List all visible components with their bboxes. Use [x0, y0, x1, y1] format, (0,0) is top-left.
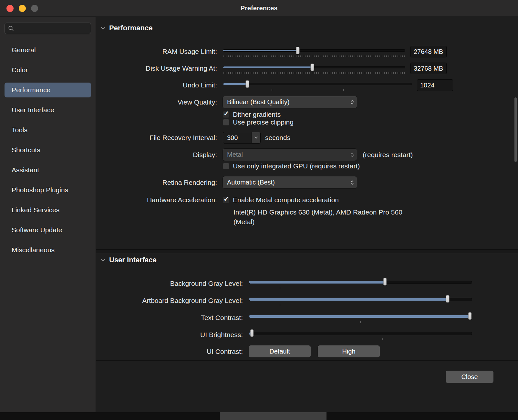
combo-dropdown-button[interactable] [252, 132, 260, 143]
sidebar-item-shortcuts[interactable]: Shortcuts [5, 143, 91, 157]
slider-track[interactable] [223, 83, 412, 85]
close-button[interactable]: Close [446, 371, 493, 383]
slider-track[interactable] [249, 298, 472, 301]
section-divider [96, 249, 518, 253]
titlebar[interactable]: Preferences [0, 0, 518, 17]
hardware-acceleration-row: Hardware Acceleration: ✓ Enable Metal co… [96, 196, 518, 204]
performance-section-header[interactable]: Performance [96, 17, 518, 32]
settings-panel: Performance RAM Usage Limit: 27648 MB [96, 17, 518, 412]
slider-tick [280, 287, 280, 289]
slider-track[interactable] [249, 315, 472, 318]
sidebar-item-user-interface[interactable]: User Interface [5, 103, 91, 117]
slider-fill [249, 298, 447, 301]
metal-acceleration-label: Enable Metal compute acceleration [233, 196, 339, 204]
view-quality-row: View Quality: Bilinear (Best Quality) [96, 96, 518, 108]
precise-clipping-row: Use precise clipping [96, 118, 518, 126]
dither-gradients-checkbox[interactable]: ✓ Dither gradients [223, 111, 281, 118]
file-recovery-value[interactable]: 300 [223, 132, 252, 143]
display-select: Metal [223, 149, 357, 161]
slider-track[interactable] [249, 332, 472, 335]
integrated-gpu-checkbox[interactable]: Use only integrated GPU (requires restar… [223, 162, 360, 170]
ui-brightness-slider[interactable] [249, 329, 472, 340]
search-field[interactable] [5, 23, 91, 34]
display-restart-note: (requires restart) [363, 151, 413, 159]
search-input[interactable] [16, 25, 88, 32]
ram-usage-label: RAM Usage Limit: [96, 48, 217, 55]
view-quality-select[interactable]: Bilinear (Best Quality) [223, 96, 357, 108]
sidebar: General Color Performance User Interface… [0, 17, 96, 412]
sidebar-item-tools[interactable]: Tools [5, 123, 91, 137]
stepper-icon [350, 99, 354, 105]
sidebar-item-photoshop-plugins[interactable]: Photoshop Plugins [5, 183, 91, 197]
zoom-window-button[interactable] [31, 5, 38, 12]
undo-limit-slider[interactable] [223, 80, 412, 91]
minimize-window-button[interactable] [19, 5, 26, 12]
slider-fill [249, 281, 385, 284]
sidebar-item-performance[interactable]: Performance [5, 83, 91, 97]
artboard-gray-label: Artboard Background Gray Level: [96, 297, 243, 305]
sidebar-item-linked-services[interactable]: Linked Services [5, 203, 91, 217]
slider-track[interactable] [223, 66, 405, 68]
gpu-devices-row: Intel(R) HD Graphics 630 (Metal), AMD Ra… [96, 207, 518, 227]
sidebar-item-software-update[interactable]: Software Update [5, 223, 91, 237]
ram-usage-slider[interactable] [223, 46, 405, 57]
checkbox-unchecked-icon[interactable] [223, 163, 229, 169]
window-body: General Color Performance User Interface… [0, 17, 518, 412]
background-gray-label: Background Gray Level: [96, 280, 243, 287]
slider-track[interactable] [249, 281, 472, 284]
precise-clipping-checkbox[interactable]: Use precise clipping [223, 118, 294, 126]
ui-brightness-row: UI Brightness: [96, 329, 518, 340]
ui-contrast-label: UI Contrast: [96, 348, 243, 355]
file-recovery-combobox[interactable]: 300 [223, 132, 261, 144]
slider-thumb[interactable] [246, 80, 249, 88]
disk-warning-label: Disk Usage Warning At: [96, 65, 217, 72]
slider-tick-marks [223, 55, 405, 57]
window-controls [6, 0, 38, 16]
sidebar-item-color[interactable]: Color [5, 63, 91, 77]
sidebar-item-assistant[interactable]: Assistant [5, 163, 91, 177]
search-icon [8, 25, 14, 31]
dialog-footer: Close [96, 360, 518, 383]
ui-contrast-high-button[interactable]: High [318, 345, 380, 357]
stepper-icon [350, 180, 354, 185]
user-interface-section-header[interactable]: User Interface [96, 253, 518, 264]
slider-thumb[interactable] [310, 64, 314, 71]
view-quality-value: Bilinear (Best Quality) [227, 98, 350, 106]
slider-thumb[interactable] [296, 47, 299, 54]
user-interface-section: User Interface Background Gray Level: [96, 253, 518, 357]
vertical-scrollbar[interactable] [514, 97, 517, 162]
slider-track[interactable] [223, 49, 405, 52]
desktop-edge [0, 412, 518, 420]
sidebar-item-general[interactable]: General [5, 43, 91, 57]
disk-warning-slider[interactable] [223, 63, 405, 74]
checkbox-checked-icon[interactable]: ✓ [223, 111, 229, 118]
disk-warning-row: Disk Usage Warning At: 32768 MB [96, 63, 518, 74]
performance-section: Performance RAM Usage Limit: 27648 MB [96, 17, 518, 249]
metal-acceleration-checkbox[interactable]: ✓ Enable Metal compute acceleration [223, 196, 339, 204]
slider-thumb[interactable] [250, 329, 254, 337]
undo-limit-value[interactable]: 1024 [417, 79, 453, 91]
background-gray-slider[interactable] [249, 278, 472, 289]
background-window-edge [220, 412, 326, 420]
checkbox-checked-icon[interactable]: ✓ [223, 197, 229, 203]
performance-section-title: Performance [109, 24, 153, 32]
slider-thumb[interactable] [383, 278, 387, 285]
precise-clipping-label: Use precise clipping [233, 118, 294, 126]
ui-contrast-default-button[interactable]: Default [249, 345, 311, 357]
sidebar-item-miscellaneous[interactable]: Miscellaneous [5, 243, 91, 257]
close-window-button[interactable] [6, 5, 14, 12]
artboard-gray-slider[interactable] [249, 295, 472, 306]
display-value: Metal [227, 151, 350, 158]
disk-warning-value[interactable]: 32768 MB [410, 63, 447, 74]
chevron-down-icon [101, 26, 106, 30]
checkbox-unchecked-icon[interactable] [223, 119, 229, 125]
slider-thumb[interactable] [446, 295, 449, 303]
retina-rendering-select[interactable]: Automatic (Best) [223, 176, 357, 188]
undo-limit-row: Undo Limit: 1024 [96, 79, 518, 91]
text-contrast-slider[interactable] [249, 312, 472, 323]
ram-usage-value[interactable]: 27648 MB [410, 46, 447, 57]
dither-row: ✓ Dither gradients [96, 111, 518, 118]
slider-tick [272, 89, 272, 91]
slider-thumb[interactable] [468, 312, 472, 320]
gpu-devices-text: Intel(R) HD Graphics 630 (Metal), AMD Ra… [233, 207, 421, 227]
